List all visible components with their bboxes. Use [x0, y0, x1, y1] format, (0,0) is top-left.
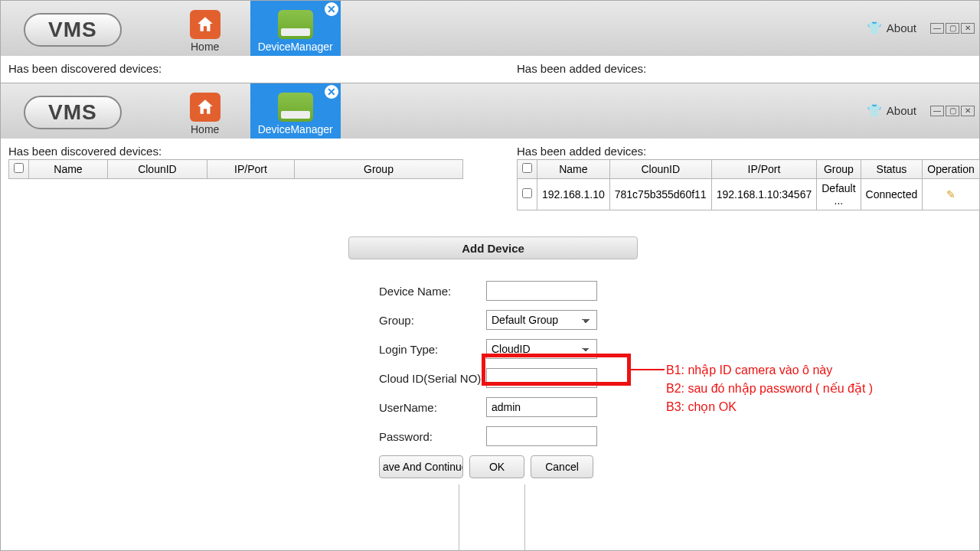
cell-operation[interactable]: ✎	[923, 179, 979, 210]
col-name: Name	[537, 160, 610, 179]
ok-button[interactable]: OK	[469, 455, 524, 478]
col-name: Name	[29, 160, 108, 179]
window-front: VMS Home ✕ DeviceManager 👕 About — ▢	[0, 83, 980, 551]
label-group: Group:	[348, 314, 486, 327]
cell-group: Default ...	[817, 179, 861, 210]
added-label-back: Has been added devices:	[517, 62, 972, 75]
col-status: Status	[861, 160, 923, 179]
added-label: Has been added devices:	[517, 145, 972, 158]
maximize-button[interactable]: ▢	[946, 106, 959, 116]
table-row[interactable]: 192.168.1.10 781c75b355d60f11 192.168.1.…	[518, 179, 980, 210]
close-icon[interactable]: ✕	[325, 2, 338, 16]
row-checkbox[interactable]	[522, 188, 532, 198]
login-type-select[interactable]: CloudID	[486, 339, 597, 359]
home-icon	[190, 10, 220, 39]
divider	[524, 484, 525, 550]
added-select-all[interactable]	[522, 163, 532, 173]
close-button[interactable]: ✕	[961, 106, 975, 116]
nav-devicemanager[interactable]: ✕ DeviceManager	[250, 83, 341, 139]
about-button[interactable]: 👕 About	[867, 103, 916, 118]
nav-home[interactable]: Home	[160, 83, 250, 139]
col-clounid: ClounID	[107, 160, 207, 179]
discovered-table: Name ClounID IP/Port Group	[8, 159, 463, 179]
nav-home-label: Home	[191, 41, 219, 53]
nav-dm-label: DeviceManager	[258, 123, 333, 135]
annotation-line-1: B1: nhập ID camera vào ô này	[666, 361, 873, 380]
nav-devicemanager-back[interactable]: ✕ DeviceManager	[250, 1, 341, 56]
devicemanager-icon	[278, 93, 313, 122]
col-ipport: IP/Port	[711, 160, 817, 179]
add-device-dialog: Add Device Device Name: Group: Default G…	[348, 236, 638, 487]
close-icon[interactable]: ✕	[325, 85, 338, 99]
group-select[interactable]: Default Group	[486, 310, 597, 330]
close-button[interactable]: ✕	[961, 23, 975, 34]
window-back: VMS Home ✕ DeviceManager 👕 About — ▢	[0, 0, 980, 84]
tshirt-icon: 👕	[867, 103, 882, 118]
added-table: Name ClounID IP/Port Group Status Operat…	[517, 159, 980, 210]
minimize-button[interactable]: —	[930, 106, 944, 116]
label-login-type: Login Type:	[348, 343, 486, 356]
label-password: Password:	[348, 430, 486, 443]
edit-icon[interactable]: ✎	[946, 188, 956, 201]
nav-home-label: Home	[191, 123, 219, 135]
cell-clounid: 781c75b355d60f11	[609, 179, 711, 210]
minimize-button[interactable]: —	[930, 23, 944, 34]
about-button-back[interactable]: 👕 About	[867, 21, 916, 35]
app-logo: VMS	[24, 13, 122, 47]
col-ipport: IP/Port	[207, 160, 294, 179]
cell-ipport: 192.168.1.10:34567	[711, 179, 817, 210]
annotation-text: B1: nhập ID camera vào ô này B2: sau đó …	[666, 361, 873, 416]
divider	[459, 484, 459, 550]
annotation-connector	[631, 369, 665, 370]
col-operation: Operation	[923, 160, 979, 179]
nav-dm-label: DeviceManager	[258, 41, 333, 53]
save-and-continue-button[interactable]: ave And Continue	[379, 455, 463, 478]
device-name-input[interactable]	[486, 281, 597, 301]
cloud-id-input[interactable]	[486, 368, 597, 388]
label-cloud-id: Cloud ID(Serial NO):	[348, 372, 486, 385]
label-device-name: Device Name:	[348, 285, 486, 298]
devicemanager-icon	[278, 10, 313, 39]
username-input[interactable]	[486, 397, 597, 417]
discovered-label-back: Has been discovered devices:	[8, 62, 463, 75]
col-clounid: ClounID	[609, 160, 711, 179]
password-input[interactable]	[486, 426, 597, 446]
titlebar-back: VMS Home ✕ DeviceManager 👕 About — ▢	[1, 1, 979, 56]
home-icon	[190, 93, 220, 122]
titlebar-front: VMS Home ✕ DeviceManager 👕 About — ▢	[1, 83, 979, 139]
col-group: Group	[295, 160, 463, 179]
cancel-button[interactable]: Cancel	[531, 455, 593, 478]
app-logo-front: VMS	[24, 96, 122, 129]
label-username: UserName:	[348, 401, 486, 414]
cell-name: 192.168.1.10	[537, 179, 610, 210]
discovered-label: Has been discovered devices:	[8, 145, 463, 158]
dialog-title: Add Device	[348, 236, 638, 259]
about-label: About	[887, 21, 916, 34]
annotation-line-2: B2: sau đó nhập password ( nếu đặt )	[666, 380, 873, 398]
cell-status: Connected	[861, 179, 923, 210]
tshirt-icon: 👕	[867, 21, 882, 35]
discovered-select-all[interactable]	[14, 163, 24, 173]
maximize-button[interactable]: ▢	[946, 23, 959, 34]
about-label: About	[887, 104, 916, 117]
nav-home-back[interactable]: Home	[160, 1, 250, 56]
col-group: Group	[817, 160, 861, 179]
annotation-line-3: B3: chọn OK	[666, 398, 873, 416]
